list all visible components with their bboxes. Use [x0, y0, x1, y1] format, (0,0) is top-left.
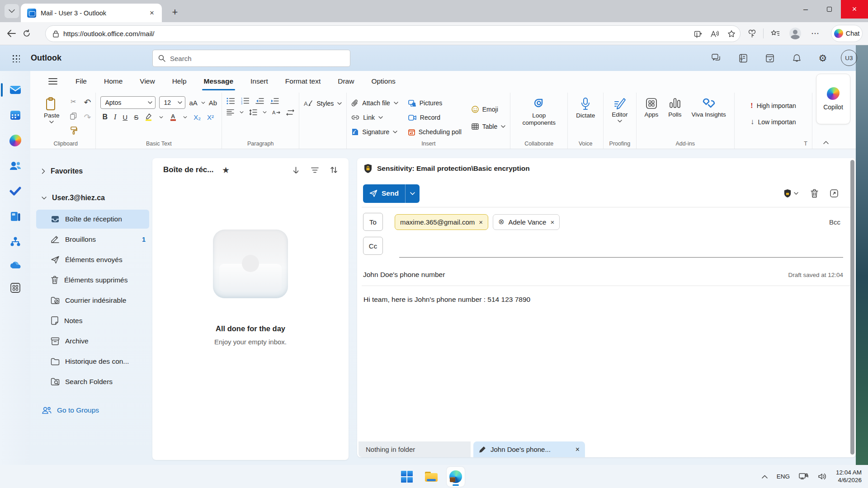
copy-icon[interactable]: [67, 110, 80, 122]
tab-draw[interactable]: Draw: [337, 75, 355, 87]
account-header[interactable]: User.3@hiez.ca: [36, 188, 149, 207]
redo-icon[interactable]: ↷: [84, 112, 91, 122]
tab-home[interactable]: Home: [103, 75, 123, 87]
apps-button[interactable]: Apps: [641, 95, 662, 120]
window-minimize-button[interactable]: –: [794, 0, 817, 19]
browser-menu-icon[interactable]: ⋯: [807, 26, 823, 41]
back-icon[interactable]: [4, 26, 19, 41]
remove-recipient-icon[interactable]: ×: [479, 218, 483, 226]
subscript-button[interactable]: X₂: [193, 113, 201, 121]
onenote-feed-icon[interactable]: N: [734, 49, 752, 67]
split-screen-icon[interactable]: [694, 30, 702, 38]
font-select[interactable]: Aptos: [100, 96, 156, 109]
collapse-ribbon-icon[interactable]: [823, 141, 829, 144]
high-importance-button[interactable]: ! High importan: [750, 99, 796, 113]
tab-format-text[interactable]: Format text: [284, 75, 321, 87]
paragraph-options-icon[interactable]: [286, 109, 294, 116]
rail-onedrive-icon[interactable]: [0, 254, 30, 276]
pictures-button[interactable]: Pictures: [408, 96, 462, 110]
app-launcher-icon[interactable]: [11, 54, 20, 62]
increase-indent-icon[interactable]: [270, 98, 279, 104]
polls-button[interactable]: Polls: [665, 95, 685, 120]
recipient-chip[interactable]: ⊗ Adele Vance ×: [493, 214, 560, 230]
scheduling-poll-button[interactable]: Scheduling poll: [408, 125, 462, 139]
chat-icon[interactable]: [708, 49, 726, 67]
draft-message-tab[interactable]: John Doe's phone... ×: [473, 441, 585, 457]
emoji-button[interactable]: Emoji: [472, 103, 505, 116]
rail-calendar-icon[interactable]: [0, 104, 30, 126]
folder-search-folders[interactable]: Search Folders: [36, 372, 149, 391]
low-importance-button[interactable]: ↓ Low importan: [750, 115, 796, 129]
styles-button[interactable]: A Styles: [304, 95, 342, 109]
file-explorer-button[interactable]: [422, 467, 440, 487]
font-color-button[interactable]: A: [170, 113, 177, 121]
account-avatar[interactable]: U3: [841, 50, 857, 66]
ribbon-menu-icon[interactable]: [48, 78, 57, 84]
rail-todo-icon[interactable]: [0, 180, 30, 202]
dictate-button[interactable]: Dictate: [572, 95, 599, 121]
format-painter-icon[interactable]: [67, 124, 80, 137]
signature-button[interactable]: Signature: [351, 125, 398, 139]
copilot-button[interactable]: Copilot: [816, 74, 850, 124]
volume-icon[interactable]: [818, 473, 827, 480]
loop-components-button[interactable]: Loop components: [515, 95, 563, 128]
send-button[interactable]: Send: [363, 184, 420, 203]
browser-essentials-icon[interactable]: [744, 26, 760, 41]
rail-people-icon[interactable]: [0, 155, 30, 177]
bcc-link[interactable]: Bcc: [829, 218, 843, 226]
recipient-chip[interactable]: maxime.365@gmail.com ×: [395, 214, 488, 230]
rail-mail-icon[interactable]: [0, 79, 30, 101]
folder-notes[interactable]: Notes: [36, 311, 149, 330]
favorite-filled-star-icon[interactable]: ★: [219, 163, 232, 177]
rail-newsletter-icon[interactable]: [0, 206, 30, 227]
tab-insert[interactable]: Insert: [250, 75, 269, 87]
bullet-list-icon[interactable]: [226, 98, 235, 104]
cc-button[interactable]: Cc: [363, 237, 383, 255]
attach-file-button[interactable]: Attach file: [351, 96, 398, 110]
favorite-star-icon[interactable]: [727, 30, 736, 38]
settings-gear-icon[interactable]: ⚙: [814, 49, 832, 67]
filter-icon[interactable]: [308, 163, 321, 177]
tray-chevron-icon[interactable]: [762, 475, 768, 479]
to-button[interactable]: To: [363, 213, 383, 231]
undo-icon[interactable]: ↶: [84, 97, 91, 108]
cc-input-line[interactable]: [399, 257, 843, 258]
window-maximize-button[interactable]: [817, 0, 841, 19]
bold-button[interactable]: B: [102, 113, 108, 121]
copilot-chat-button[interactable]: Chat: [831, 25, 863, 42]
record-button[interactable]: Record: [408, 111, 462, 124]
paste-button[interactable]: Paste: [40, 95, 63, 125]
table-button[interactable]: Table: [472, 120, 505, 133]
favorites-header[interactable]: Favorites: [36, 162, 149, 181]
tab-options[interactable]: Options: [370, 75, 396, 87]
notifications-bell-icon[interactable]: [788, 49, 806, 67]
nothing-in-folder-tab[interactable]: Nothing in folder: [359, 441, 471, 457]
tab-file[interactable]: File: [75, 75, 88, 87]
viva-insights-button[interactable]: Viva Insights: [688, 95, 730, 120]
read-aloud-icon[interactable]: [710, 30, 719, 38]
clear-formatting-icon[interactable]: Ab: [209, 99, 217, 107]
new-tab-button[interactable]: +: [168, 5, 182, 19]
folder-inbox[interactable]: Boîte de réception: [36, 210, 149, 229]
remove-recipient-icon[interactable]: ×: [550, 218, 554, 226]
text-direction-icon[interactable]: A: [272, 109, 281, 116]
window-close-button[interactable]: ×: [841, 0, 868, 19]
superscript-button[interactable]: X²: [207, 113, 214, 121]
link-button[interactable]: Link: [351, 111, 398, 124]
cut-icon[interactable]: ✂: [67, 95, 80, 108]
highlight-button[interactable]: [145, 113, 153, 121]
my-day-icon[interactable]: [761, 49, 779, 67]
subject-input[interactable]: John Doe's phone number: [363, 271, 788, 279]
strikethrough-button[interactable]: S: [134, 113, 138, 121]
tab-close-icon[interactable]: ×: [146, 8, 157, 19]
search-box[interactable]: Search: [152, 50, 350, 67]
rail-org-explorer-icon[interactable]: [0, 231, 30, 253]
send-options-chevron[interactable]: [406, 184, 420, 203]
taskbar-clock[interactable]: 12:04 AM 4/6/2026: [836, 469, 862, 483]
align-icon[interactable]: [226, 109, 234, 115]
editor-button[interactable]: Editor: [608, 95, 631, 124]
folder-sent[interactable]: Éléments envoyés: [36, 250, 149, 269]
browser-tab[interactable]: Mail - User 3 - Outlook ×: [21, 4, 162, 22]
rail-more-apps-icon[interactable]: [0, 277, 30, 299]
folder-archive[interactable]: Archive: [36, 332, 149, 351]
